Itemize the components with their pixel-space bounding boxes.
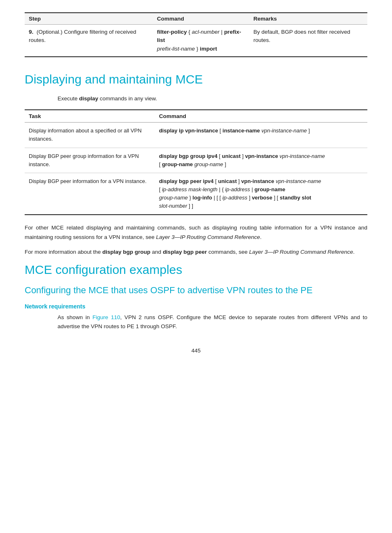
command-cell-3: display bgp peer ipv4 [ unicast ] vpn-in…	[155, 173, 367, 215]
step-number: 9.	[29, 29, 35, 35]
cmd-b2-4: ]	[225, 161, 226, 167]
cmd-filter-policy: filter-policy	[157, 29, 187, 35]
cmd-slot-number: slot-number	[159, 203, 187, 209]
para2-ref: Layer 3—IP Routing Command Reference	[249, 249, 353, 255]
cmd-ip-address: ip-address mask-length	[162, 186, 217, 192]
cmd-unicast-kw: unicast	[222, 153, 241, 159]
para2-mid: and	[150, 249, 163, 255]
step-cell: 9. (Optional.) Configure filtering of re…	[25, 25, 153, 57]
command-cell: filter-policy { acl-number | prefix-list…	[153, 25, 249, 57]
cmd-bracket2: ]	[308, 127, 310, 134]
cmd-b3-6: }	[189, 195, 193, 201]
section2-title: MCE configuration examples	[25, 262, 367, 277]
main-table: Task Command Display information about a…	[25, 109, 367, 215]
cmd-vpn-instance-kw: vpn-instance	[245, 153, 278, 159]
page-number: 445	[25, 348, 367, 354]
cmd-ip-address3: ip-address	[222, 195, 247, 201]
table-row: Display BGP peer group information for a…	[25, 148, 367, 173]
para2-period: .	[353, 249, 355, 255]
para1: For other MCE related displaying and mai…	[25, 223, 367, 242]
cmd-group-name-kw: group-name	[162, 161, 193, 167]
table-row: Display information about a specified or…	[25, 123, 367, 148]
para2-bold1: display bgp group	[102, 249, 150, 255]
task-cell-2: Display BGP peer group information for a…	[25, 148, 155, 173]
cmd-vpn-instance-name3: vpn-instance-name	[276, 178, 321, 184]
para2: For more information about the display b…	[25, 248, 367, 257]
top-table-header-command: Command	[153, 13, 249, 25]
command-cell-2: display bgp group ipv4 [ unicast ] vpn-i…	[155, 148, 367, 173]
network-req-para: As shown in Figure 110, VPN 2 runs OSPF.…	[58, 313, 367, 331]
network-req-body: As shown in Figure 110, VPN 2 runs OSPF.…	[58, 313, 367, 331]
task-cell-1: Display information about a specified or…	[25, 123, 155, 148]
para2-suffix-text: commands, see	[207, 249, 249, 255]
cmd-b3-8: ]	[249, 195, 252, 201]
subsection-title: Configuring the MCE that uses OSPF to ad…	[25, 285, 367, 297]
main-table-header-command: Command	[155, 110, 367, 123]
display-keyword: display	[79, 95, 99, 102]
cmd-vpn-instance-kw2: vpn-instance	[241, 178, 274, 184]
cmd-b3-9: ] [	[274, 195, 279, 201]
intro-text: Execute display commands in any view.	[58, 94, 367, 103]
cmd-acl-number: acl-number	[192, 29, 220, 35]
table-row: Display BGP peer information for a VPN i…	[25, 173, 367, 215]
cmd-import: import	[200, 46, 217, 52]
table-row: 9. (Optional.) Configure filtering of re…	[25, 25, 367, 57]
remarks-cell: By default, BGP does not filter received…	[249, 25, 367, 57]
top-table: Step Command Remarks 9. (Optional.) Conf…	[25, 12, 367, 57]
cmd-group-name-val: group-name	[194, 161, 223, 167]
top-table-header-step: Step	[25, 13, 153, 25]
cmd-display-bgp-peer: display bgp peer ipv4	[159, 178, 214, 184]
cmd-verbose: verbose	[252, 195, 272, 201]
cmd-ip-address2: ip-address	[225, 186, 250, 192]
para1-ref: Layer 3—IP Routing Command Reference	[156, 234, 260, 240]
cmd-group-name-kw2: group-name	[254, 186, 285, 192]
cmd-group-name-val2: group-name	[159, 195, 188, 201]
network-requirements-heading: Network requirements	[25, 303, 367, 310]
cmd-vpn-instance-name2: vpn-instance-name	[279, 153, 325, 159]
task-cell-3: Display BGP peer information for a VPN i…	[25, 173, 155, 215]
cmd-standby-slot: standby slot	[280, 195, 311, 201]
cmd-display-bgp-group: display bgp group ipv4	[159, 153, 217, 159]
figure-110-link[interactable]: Figure 110	[92, 314, 120, 320]
cmd-unicast-kw2: unicast	[218, 178, 237, 184]
para2-bold2: display bgp peer	[163, 249, 207, 255]
para-prefix: As shown in	[58, 314, 92, 320]
cmd-b3-2: ]	[238, 178, 241, 184]
step-task: (Optional.) Configure filtering of recei…	[29, 29, 136, 43]
cmd-vpn-instance-name: vpn-instance-name	[261, 127, 307, 134]
cmd-display-ip: display ip vpn-instance	[159, 127, 218, 134]
cmd-log-info: log-info	[193, 195, 212, 201]
main-table-header-task: Task	[25, 110, 155, 123]
cmd-b3-7: | [ [	[214, 195, 222, 201]
cmd-brace-open: {	[189, 29, 192, 35]
command-cell-1: display ip vpn-instance [ instance-name …	[155, 123, 367, 148]
cmd-b3-10: ] ]	[189, 203, 193, 209]
para1-period: .	[260, 234, 262, 240]
cmd-instance-name-kw: instance-name	[223, 127, 260, 134]
cmd-b2-1: [	[219, 153, 222, 159]
cmd-prefix-list-name: prefix-list-name	[157, 46, 195, 52]
cmd-b3-4: | {	[219, 186, 225, 192]
cmd-b3-1: [	[215, 178, 218, 184]
cmd-bracket1: [	[219, 127, 222, 134]
para2-prefix: For more information about the	[25, 249, 102, 255]
section1-title: Displaying and maintaining MCE	[25, 72, 367, 87]
top-table-header-remarks: Remarks	[249, 13, 367, 25]
